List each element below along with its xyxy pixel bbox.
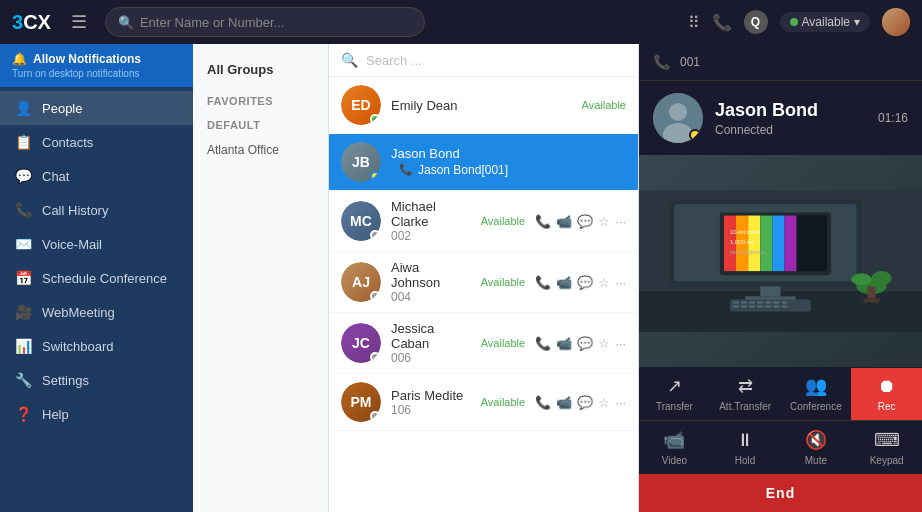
call-contact-info: Jason Bond Connected xyxy=(715,100,866,137)
mute-button[interactable]: 🔇 Mute xyxy=(781,421,852,474)
notification-bar[interactable]: 🔔 Allow Notifications Turn on desktop no… xyxy=(0,44,193,87)
menu-icon[interactable]: ☰ xyxy=(71,11,87,33)
call-panel: 📞 001 Jason Bond Connected 01:16 xyxy=(639,44,922,512)
more-icon[interactable]: ··· xyxy=(615,275,626,290)
video-icon[interactable]: 📹 xyxy=(556,275,572,290)
more-icon[interactable]: ··· xyxy=(615,336,626,351)
video-button[interactable]: 📹 Video xyxy=(639,421,710,474)
svg-rect-35 xyxy=(773,305,779,307)
user-avatar[interactable] xyxy=(882,8,910,36)
rec-label: Rec xyxy=(878,401,896,412)
status-indicator xyxy=(370,230,380,240)
call-contact-name: Jason Bond xyxy=(715,100,866,121)
chat-icon-small[interactable]: 💬 xyxy=(577,395,593,410)
contact-item-michael-clarke[interactable]: MC Michael Clarke 002 Available 📞 📹 💬 ☆ … xyxy=(329,191,638,252)
phone-icon[interactable]: 📞 xyxy=(712,13,732,32)
notification-subtitle: Turn on desktop notifications xyxy=(12,68,181,79)
chat-icon: 💬 xyxy=(14,168,32,184)
person-icon: 👤 xyxy=(14,100,32,116)
more-icon[interactable]: ··· xyxy=(615,395,626,410)
svg-text:10-bit color: 10-bit color xyxy=(730,229,760,235)
end-call-button[interactable]: End xyxy=(639,474,922,512)
contact-avatar-aiwa: AJ xyxy=(341,262,381,302)
contact-item-paris-medite[interactable]: PM Paris Medite 106 Available 📞 📹 💬 ☆ ··… xyxy=(329,374,638,431)
keypad-button[interactable]: ⌨ Keypad xyxy=(851,421,922,474)
call-icon[interactable]: 📞 xyxy=(535,336,551,351)
video-icon[interactable]: 📹 xyxy=(556,336,572,351)
hold-button[interactable]: ⏸ Hold xyxy=(710,422,781,474)
contact-item-jessica-caban[interactable]: JC Jessica Caban 006 Available 📞 📹 💬 ☆ ·… xyxy=(329,313,638,374)
att-transfer-button[interactable]: ⇄ Att.Transfer xyxy=(710,367,781,420)
contact-item-jason-bond[interactable]: JB Jason Bond 📞 Jason Bond[001] xyxy=(329,134,638,191)
sidebar-item-schedule[interactable]: 📅 Schedule Conference xyxy=(0,261,193,295)
star-icon[interactable]: ☆ xyxy=(598,275,610,290)
contacts-search-icon: 🔍 xyxy=(341,52,358,68)
history-icon: 📞 xyxy=(14,202,32,218)
call-icon[interactable]: 📞 xyxy=(535,395,551,410)
contact-item-aiwa-johnson[interactable]: AJ Aiwa Johnson 004 Available 📞 📹 💬 ☆ ··… xyxy=(329,252,638,313)
calendar-icon: 📅 xyxy=(14,270,32,286)
sidebar-item-help[interactable]: ❓ Help xyxy=(0,397,193,431)
settings-icon: 🔧 xyxy=(14,372,32,388)
call-icon[interactable]: 📞 xyxy=(535,275,551,290)
contacts-search-bar[interactable]: 🔍 xyxy=(329,44,638,77)
sidebar-item-chat[interactable]: 💬 Chat xyxy=(0,159,193,193)
chat-icon-small[interactable]: 💬 xyxy=(577,275,593,290)
sidebar-item-settings[interactable]: 🔧 Settings xyxy=(0,363,193,397)
star-icon[interactable]: ☆ xyxy=(598,395,610,410)
global-search-input[interactable] xyxy=(140,15,412,30)
video-icon[interactable]: 📹 xyxy=(556,214,572,229)
help-icon: ❓ xyxy=(14,406,32,422)
call-icon[interactable]: 📞 xyxy=(535,214,551,229)
contact-avatar-jason: JB xyxy=(341,142,381,182)
transfer-button[interactable]: ↗ Transfer xyxy=(639,367,710,420)
sidebar-item-webmeeting[interactable]: 🎥 WebMeeting xyxy=(0,295,193,329)
call-status: Connected xyxy=(715,123,866,137)
chat-icon-small[interactable]: 💬 xyxy=(577,214,593,229)
svg-text:peak brightness: peak brightness xyxy=(730,249,766,255)
sidebar-label-people: People xyxy=(42,101,82,116)
svg-rect-29 xyxy=(782,301,788,303)
hold-icon: ⏸ xyxy=(736,430,754,451)
sidebar-label-webmeeting: WebMeeting xyxy=(42,305,115,320)
status-indicator xyxy=(370,291,380,301)
contact-ext: 006 xyxy=(391,351,471,365)
voicemail-icon: ✉️ xyxy=(14,236,32,252)
chat-icon-small[interactable]: 💬 xyxy=(577,336,593,351)
svg-point-1 xyxy=(669,103,687,121)
star-icon[interactable]: ☆ xyxy=(598,214,610,229)
transfer-label: Transfer xyxy=(656,401,693,412)
star-icon[interactable]: ☆ xyxy=(598,336,610,351)
grid-icon[interactable]: ⠿ xyxy=(688,13,700,32)
status-selector[interactable]: Available ▾ xyxy=(780,12,870,32)
contact-info-emily: Emily Dean xyxy=(391,98,572,113)
contacts-search-input[interactable] xyxy=(366,53,626,68)
keypad-label: Keypad xyxy=(870,455,904,466)
rec-button[interactable]: ⏺ Rec xyxy=(851,368,922,420)
contacts-icon: 📋 xyxy=(14,134,32,150)
sidebar-item-voicemail[interactable]: ✉️ Voice-Mail xyxy=(0,227,193,261)
call-contact-avatar xyxy=(653,93,703,143)
global-search-bar[interactable]: 🔍 xyxy=(105,7,425,37)
all-groups-header[interactable]: All Groups xyxy=(193,52,328,87)
svg-rect-17 xyxy=(785,216,797,272)
status-label: Available xyxy=(802,15,850,29)
status-indicator xyxy=(370,171,380,181)
sidebar-item-contacts[interactable]: 📋 Contacts xyxy=(0,125,193,159)
contact-item-emily-dean[interactable]: ED Emily Dean Available xyxy=(329,77,638,134)
svg-rect-26 xyxy=(757,301,763,303)
webmeeting-icon: 🎥 xyxy=(14,304,32,320)
more-icon[interactable]: ··· xyxy=(615,214,626,229)
sidebar-item-call-history[interactable]: 📞 Call History xyxy=(0,193,193,227)
contact-ext: 106 xyxy=(391,403,471,417)
video-icon[interactable]: 📹 xyxy=(556,395,572,410)
svg-rect-27 xyxy=(765,301,771,303)
svg-rect-30 xyxy=(733,305,739,307)
atlanta-office-item[interactable]: Atlanta Office xyxy=(193,135,328,165)
switchboard-icon: 📊 xyxy=(14,338,32,354)
sidebar-item-switchboard[interactable]: 📊 Switchboard xyxy=(0,329,193,363)
conference-button[interactable]: 👥 Conference xyxy=(781,367,852,420)
video-placeholder: 10-bit color 1,000 nit peak brightness xyxy=(639,155,922,367)
sidebar-item-people[interactable]: 👤 People xyxy=(0,91,193,125)
contact-list: ED Emily Dean Available JB Jason Bond 📞 xyxy=(329,77,638,512)
